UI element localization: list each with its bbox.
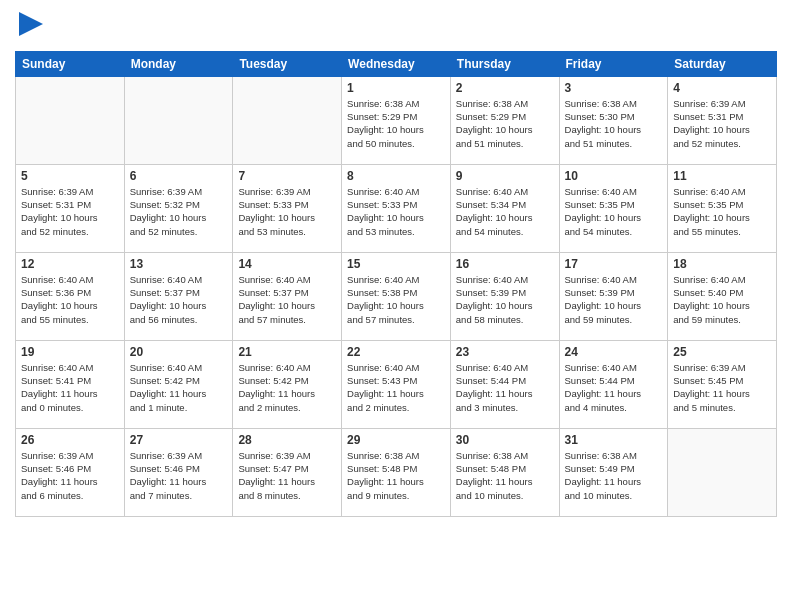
- day-number: 7: [238, 169, 336, 183]
- day-info: Sunrise: 6:39 AM Sunset: 5:47 PM Dayligh…: [238, 449, 336, 502]
- day-number: 19: [21, 345, 119, 359]
- day-info: Sunrise: 6:40 AM Sunset: 5:42 PM Dayligh…: [130, 361, 228, 414]
- day-number: 25: [673, 345, 771, 359]
- logo-icon: [17, 10, 45, 38]
- weekday-header: Sunday: [16, 51, 125, 76]
- calendar-cell: 18Sunrise: 6:40 AM Sunset: 5:40 PM Dayli…: [668, 252, 777, 340]
- day-info: Sunrise: 6:39 AM Sunset: 5:33 PM Dayligh…: [238, 185, 336, 238]
- calendar-cell: 27Sunrise: 6:39 AM Sunset: 5:46 PM Dayli…: [124, 428, 233, 516]
- weekday-header: Saturday: [668, 51, 777, 76]
- day-info: Sunrise: 6:40 AM Sunset: 5:37 PM Dayligh…: [130, 273, 228, 326]
- calendar-cell: 30Sunrise: 6:38 AM Sunset: 5:48 PM Dayli…: [450, 428, 559, 516]
- calendar: SundayMondayTuesdayWednesdayThursdayFrid…: [15, 51, 777, 517]
- day-number: 9: [456, 169, 554, 183]
- day-number: 23: [456, 345, 554, 359]
- calendar-cell: 31Sunrise: 6:38 AM Sunset: 5:49 PM Dayli…: [559, 428, 668, 516]
- day-number: 10: [565, 169, 663, 183]
- day-number: 31: [565, 433, 663, 447]
- day-number: 4: [673, 81, 771, 95]
- day-info: Sunrise: 6:40 AM Sunset: 5:39 PM Dayligh…: [456, 273, 554, 326]
- day-info: Sunrise: 6:40 AM Sunset: 5:39 PM Dayligh…: [565, 273, 663, 326]
- calendar-cell: 29Sunrise: 6:38 AM Sunset: 5:48 PM Dayli…: [342, 428, 451, 516]
- day-number: 12: [21, 257, 119, 271]
- calendar-cell: 2Sunrise: 6:38 AM Sunset: 5:29 PM Daylig…: [450, 76, 559, 164]
- day-number: 13: [130, 257, 228, 271]
- weekday-header: Friday: [559, 51, 668, 76]
- day-info: Sunrise: 6:40 AM Sunset: 5:44 PM Dayligh…: [565, 361, 663, 414]
- weekday-header: Tuesday: [233, 51, 342, 76]
- day-info: Sunrise: 6:40 AM Sunset: 5:38 PM Dayligh…: [347, 273, 445, 326]
- calendar-cell: 8Sunrise: 6:40 AM Sunset: 5:33 PM Daylig…: [342, 164, 451, 252]
- logo: [15, 10, 45, 43]
- weekday-header: Thursday: [450, 51, 559, 76]
- day-number: 20: [130, 345, 228, 359]
- page: SundayMondayTuesdayWednesdayThursdayFrid…: [0, 0, 792, 532]
- calendar-cell: [668, 428, 777, 516]
- day-info: Sunrise: 6:40 AM Sunset: 5:33 PM Dayligh…: [347, 185, 445, 238]
- day-number: 5: [21, 169, 119, 183]
- weekday-header: Monday: [124, 51, 233, 76]
- calendar-week-row: 19Sunrise: 6:40 AM Sunset: 5:41 PM Dayli…: [16, 340, 777, 428]
- calendar-cell: 26Sunrise: 6:39 AM Sunset: 5:46 PM Dayli…: [16, 428, 125, 516]
- day-info: Sunrise: 6:39 AM Sunset: 5:45 PM Dayligh…: [673, 361, 771, 414]
- calendar-cell: 14Sunrise: 6:40 AM Sunset: 5:37 PM Dayli…: [233, 252, 342, 340]
- day-info: Sunrise: 6:40 AM Sunset: 5:35 PM Dayligh…: [565, 185, 663, 238]
- calendar-cell: 11Sunrise: 6:40 AM Sunset: 5:35 PM Dayli…: [668, 164, 777, 252]
- calendar-cell: [16, 76, 125, 164]
- day-number: 11: [673, 169, 771, 183]
- calendar-cell: 16Sunrise: 6:40 AM Sunset: 5:39 PM Dayli…: [450, 252, 559, 340]
- day-info: Sunrise: 6:38 AM Sunset: 5:29 PM Dayligh…: [347, 97, 445, 150]
- day-number: 28: [238, 433, 336, 447]
- day-number: 30: [456, 433, 554, 447]
- day-number: 16: [456, 257, 554, 271]
- day-number: 22: [347, 345, 445, 359]
- calendar-cell: 10Sunrise: 6:40 AM Sunset: 5:35 PM Dayli…: [559, 164, 668, 252]
- svg-marker-0: [19, 12, 43, 36]
- day-info: Sunrise: 6:39 AM Sunset: 5:32 PM Dayligh…: [130, 185, 228, 238]
- calendar-week-row: 26Sunrise: 6:39 AM Sunset: 5:46 PM Dayli…: [16, 428, 777, 516]
- calendar-cell: 5Sunrise: 6:39 AM Sunset: 5:31 PM Daylig…: [16, 164, 125, 252]
- day-number: 24: [565, 345, 663, 359]
- day-number: 6: [130, 169, 228, 183]
- weekday-header-row: SundayMondayTuesdayWednesdayThursdayFrid…: [16, 51, 777, 76]
- calendar-cell: 15Sunrise: 6:40 AM Sunset: 5:38 PM Dayli…: [342, 252, 451, 340]
- calendar-cell: 22Sunrise: 6:40 AM Sunset: 5:43 PM Dayli…: [342, 340, 451, 428]
- calendar-cell: 17Sunrise: 6:40 AM Sunset: 5:39 PM Dayli…: [559, 252, 668, 340]
- calendar-cell: 21Sunrise: 6:40 AM Sunset: 5:42 PM Dayli…: [233, 340, 342, 428]
- day-info: Sunrise: 6:38 AM Sunset: 5:48 PM Dayligh…: [347, 449, 445, 502]
- calendar-cell: [124, 76, 233, 164]
- day-info: Sunrise: 6:40 AM Sunset: 5:43 PM Dayligh…: [347, 361, 445, 414]
- day-number: 8: [347, 169, 445, 183]
- calendar-cell: 19Sunrise: 6:40 AM Sunset: 5:41 PM Dayli…: [16, 340, 125, 428]
- day-info: Sunrise: 6:40 AM Sunset: 5:37 PM Dayligh…: [238, 273, 336, 326]
- day-number: 14: [238, 257, 336, 271]
- header: [15, 10, 777, 43]
- calendar-cell: 9Sunrise: 6:40 AM Sunset: 5:34 PM Daylig…: [450, 164, 559, 252]
- calendar-cell: 12Sunrise: 6:40 AM Sunset: 5:36 PM Dayli…: [16, 252, 125, 340]
- day-info: Sunrise: 6:40 AM Sunset: 5:36 PM Dayligh…: [21, 273, 119, 326]
- day-info: Sunrise: 6:40 AM Sunset: 5:42 PM Dayligh…: [238, 361, 336, 414]
- day-number: 1: [347, 81, 445, 95]
- calendar-week-row: 1Sunrise: 6:38 AM Sunset: 5:29 PM Daylig…: [16, 76, 777, 164]
- day-info: Sunrise: 6:39 AM Sunset: 5:46 PM Dayligh…: [130, 449, 228, 502]
- calendar-cell: 4Sunrise: 6:39 AM Sunset: 5:31 PM Daylig…: [668, 76, 777, 164]
- day-info: Sunrise: 6:38 AM Sunset: 5:49 PM Dayligh…: [565, 449, 663, 502]
- day-info: Sunrise: 6:40 AM Sunset: 5:41 PM Dayligh…: [21, 361, 119, 414]
- calendar-cell: 25Sunrise: 6:39 AM Sunset: 5:45 PM Dayli…: [668, 340, 777, 428]
- day-number: 2: [456, 81, 554, 95]
- day-info: Sunrise: 6:38 AM Sunset: 5:30 PM Dayligh…: [565, 97, 663, 150]
- day-info: Sunrise: 6:40 AM Sunset: 5:35 PM Dayligh…: [673, 185, 771, 238]
- day-info: Sunrise: 6:39 AM Sunset: 5:31 PM Dayligh…: [21, 185, 119, 238]
- calendar-cell: 13Sunrise: 6:40 AM Sunset: 5:37 PM Dayli…: [124, 252, 233, 340]
- day-number: 3: [565, 81, 663, 95]
- day-info: Sunrise: 6:39 AM Sunset: 5:46 PM Dayligh…: [21, 449, 119, 502]
- day-info: Sunrise: 6:39 AM Sunset: 5:31 PM Dayligh…: [673, 97, 771, 150]
- weekday-header: Wednesday: [342, 51, 451, 76]
- calendar-cell: 7Sunrise: 6:39 AM Sunset: 5:33 PM Daylig…: [233, 164, 342, 252]
- calendar-cell: 1Sunrise: 6:38 AM Sunset: 5:29 PM Daylig…: [342, 76, 451, 164]
- day-number: 26: [21, 433, 119, 447]
- calendar-cell: 28Sunrise: 6:39 AM Sunset: 5:47 PM Dayli…: [233, 428, 342, 516]
- calendar-cell: 24Sunrise: 6:40 AM Sunset: 5:44 PM Dayli…: [559, 340, 668, 428]
- calendar-week-row: 5Sunrise: 6:39 AM Sunset: 5:31 PM Daylig…: [16, 164, 777, 252]
- day-info: Sunrise: 6:38 AM Sunset: 5:29 PM Dayligh…: [456, 97, 554, 150]
